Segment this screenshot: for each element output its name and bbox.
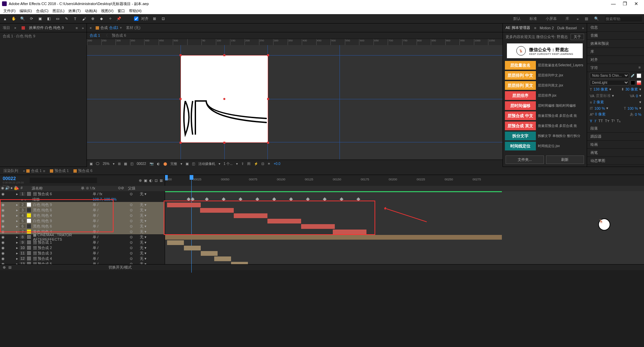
baseline[interactable]: 0 像素 <box>595 112 605 117</box>
bold-button[interactable]: T <box>590 119 592 123</box>
hand-tool-icon[interactable]: ✋ <box>11 16 17 22</box>
section-tracker[interactable]: 跟踪器 <box>587 133 644 141</box>
tab-effect-controls[interactable]: 效果控件 白色 纯色 9 <box>29 25 64 30</box>
more-icon[interactable]: » <box>582 26 584 30</box>
clone-tool-icon[interactable]: ⊕ <box>90 16 96 22</box>
rect-tool-icon[interactable]: ▭ <box>55 16 61 22</box>
timeline-layer[interactable]: ◉▸12▦ 预合成 4单 /⊙无 ▾ <box>0 256 165 261</box>
timeline-layer[interactable]: ◉▸13▦ 预合成 5单 /⊙无 ▾ <box>0 261 165 264</box>
timeline-layer[interactable]: ◉▸9▦ 预合成 1单 /⊙无 ▾ <box>0 240 165 245</box>
script-row[interactable]: 层层排序层层排序.jsx <box>505 91 585 101</box>
timeline-layer[interactable]: ◉▸6黑色 纯色 6单 /⊙无 ▾ <box>0 223 165 229</box>
snap-opt2-icon[interactable]: ⊡ <box>160 16 166 22</box>
section-align[interactable]: 对齐 <box>587 56 644 64</box>
menu-item[interactable]: 帮助(H) <box>127 8 143 13</box>
brush-tool-icon[interactable]: 🖌 <box>81 16 87 22</box>
property-row[interactable]: ⬥ ▹缩放108.7, 100.0% <box>0 197 165 202</box>
timeline-layer[interactable]: ◉▸4黄色 纯色 4单 /⊙无 ▾ <box>0 213 165 218</box>
grid-icon[interactable]: ⊞ <box>118 162 121 166</box>
eraser-tool-icon[interactable]: ◆ <box>98 16 104 22</box>
leading[interactable]: 30 像素 <box>625 87 638 92</box>
switch-mode[interactable]: 切换开关/模式 <box>108 265 132 270</box>
color-icon[interactable]: ⬤ <box>163 162 167 166</box>
script-badge[interactable]: 层预合成 英文 <box>505 122 536 130</box>
timeline-bars[interactable]: 🦌 <box>165 191 644 264</box>
pen-tool-icon[interactable]: ✎ <box>63 16 69 22</box>
panel-menu-icon[interactable]: ≡ <box>75 26 77 30</box>
script-row[interactable]: 时间线定位时间线定位.jsx <box>505 141 585 151</box>
region-icon[interactable]: ▣ <box>186 162 189 166</box>
script-row[interactable]: 层预合成 中文批量层预合成 多层合成 批 <box>505 111 585 121</box>
timeline-layer[interactable]: ◉▸11▦ 预合成 3单 /⊙无 ▾ <box>0 250 165 256</box>
snap-checkbox[interactable] <box>134 16 138 21</box>
workspace-small[interactable]: 小屏幕 <box>544 16 558 21</box>
search-icon[interactable]: 🔍 <box>594 16 599 21</box>
type-tool-icon[interactable]: T <box>72 16 78 22</box>
no-stroke-icon[interactable] <box>637 80 641 85</box>
tab-precomp6[interactable]: 预合成 6 <box>73 168 92 173</box>
script-badge[interactable]: 层层排列 中文 <box>505 71 536 80</box>
script-badge[interactable]: 时间线定位 <box>505 142 536 150</box>
kerning[interactable]: 度量标准 <box>596 93 611 98</box>
share-icon[interactable]: ⇪ <box>241 162 244 166</box>
search-help-input[interactable] <box>605 16 642 22</box>
script-badge[interactable]: 拆分文字 <box>505 132 536 140</box>
close-icon[interactable]: × <box>90 26 92 30</box>
font-family-select[interactable]: Noto Sans S Chin... <box>590 73 629 78</box>
menu-item[interactable]: 视图(V) <box>99 8 116 13</box>
close-icon[interactable]: × <box>14 26 18 30</box>
timeline-layer[interactable]: ◉▸8▦ CINEMA4...TRATOR AFTEREFFECTS单 /⊙无 … <box>0 234 165 240</box>
workspace-lib[interactable]: 库 <box>564 16 571 21</box>
channel-icon[interactable]: ◐ <box>157 162 160 166</box>
script-badge[interactable]: 层层排列 英文 <box>505 81 536 90</box>
script-badge[interactable]: 层批量改名 <box>505 61 536 70</box>
script-row[interactable]: 层批量改名层层批量改名Selected_Layers <box>505 60 585 70</box>
menu-item[interactable]: 图层(L) <box>51 8 66 13</box>
about-button[interactable]: 关于 <box>571 34 584 40</box>
section-info[interactable]: 信息 <box>587 24 644 32</box>
smallcaps-button[interactable]: Tᴛ <box>605 119 609 123</box>
snapshot-icon[interactable]: 📷 <box>150 162 154 166</box>
italic-button[interactable]: T <box>594 119 596 123</box>
hscale[interactable]: 100 % <box>627 106 638 110</box>
toggle-icon[interactable]: ⊕ <box>3 265 6 270</box>
section-brush[interactable]: 画笔 <box>587 149 644 157</box>
pan-behind-tool-icon[interactable]: ◧ <box>46 16 52 22</box>
orbit-tool-icon[interactable]: ⟳ <box>28 16 34 22</box>
tab-footage[interactable]: 素材 (无) <box>126 25 140 30</box>
tl-tool-icon[interactable]: ⊡ <box>155 178 158 183</box>
camera-dropdown[interactable]: 活动摄像机 <box>198 162 215 166</box>
close-button[interactable]: ✕ <box>631 0 642 7</box>
views-dropdown[interactable]: 1 个... <box>224 162 233 166</box>
tab-motion2[interactable]: Motion 2 <box>540 26 554 30</box>
guides-icon[interactable]: ▦ <box>124 162 127 166</box>
maximize-button[interactable]: ❐ <box>619 0 631 7</box>
timeline-layer[interactable]: ◉▸2白色 纯色 9单 /⊙无 ▾ <box>0 202 165 207</box>
section-motion-sketch[interactable]: 动态草图 <box>587 157 644 165</box>
current-frame[interactable]: 00022 <box>137 162 146 166</box>
tl-tool-icon[interactable]: ⊠ <box>160 178 163 183</box>
subscript-button[interactable]: T₁ <box>617 119 620 123</box>
breadcrumb-comp[interactable]: 合成 1 <box>90 33 100 38</box>
section-audio[interactable]: 音频 <box>587 32 644 40</box>
tl-tool-icon[interactable]: ▣ <box>144 178 147 183</box>
tab-render-queue[interactable]: 渲染队列 <box>3 168 18 173</box>
pixel-icon[interactable]: 田 <box>247 162 251 166</box>
fast-icon[interactable]: ⚡ <box>254 162 258 166</box>
canvas[interactable] <box>181 55 268 143</box>
workspace-standard[interactable]: 标准 <box>528 16 538 21</box>
camera-tool-icon[interactable]: ▣ <box>37 16 43 22</box>
mask-icon[interactable]: ◫ <box>130 162 133 166</box>
tab-script-manager[interactable]: AE 脚本管理器 <box>506 25 530 30</box>
caps-button[interactable]: TT <box>598 119 603 123</box>
workspace-default[interactable]: 默认 <box>512 16 522 21</box>
script-row[interactable]: 层预合成 英文批量层预合成 多层合成 批 <box>505 121 585 131</box>
display-icon[interactable]: 🖵 <box>96 162 99 166</box>
menu-item[interactable]: 合成(C) <box>34 8 51 13</box>
selection-tool-icon[interactable]: ▲ <box>2 16 8 22</box>
tl-tool-icon[interactable]: ◐ <box>149 178 153 183</box>
folder-button[interactable]: 文件夹... <box>506 155 544 164</box>
exposure-value[interactable]: +0.0 <box>274 162 281 166</box>
tl-tool-icon[interactable]: ⊕ <box>139 178 142 183</box>
menu-item[interactable]: 编辑(E) <box>18 8 34 13</box>
